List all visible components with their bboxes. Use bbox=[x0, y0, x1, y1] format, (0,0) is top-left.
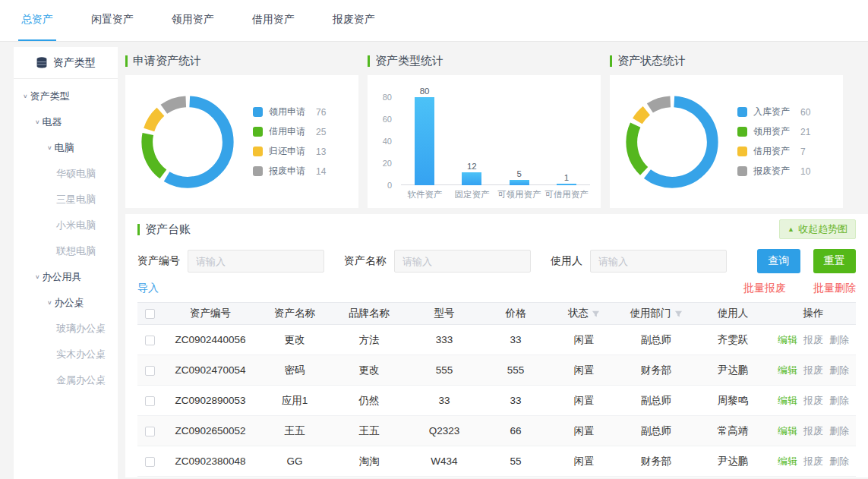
tree-item-label: 玻璃办公桌 bbox=[56, 322, 106, 336]
row-checkbox[interactable] bbox=[145, 427, 155, 436]
batch-scrap-link[interactable]: 批量报废 bbox=[743, 282, 786, 295]
header-checkbox-cell bbox=[137, 308, 162, 320]
tab[interactable]: 闲置资产 bbox=[88, 0, 137, 41]
cell-price: 33 bbox=[481, 395, 551, 406]
tree-item[interactable]: ∨ 资产类型 bbox=[14, 84, 118, 109]
tree-item[interactable]: 实木办公桌 bbox=[14, 342, 118, 367]
import-link[interactable]: 导入 bbox=[137, 282, 159, 295]
scrap-link[interactable]: 报废 bbox=[803, 394, 823, 408]
row-actions: 编辑报废删除 bbox=[771, 394, 856, 408]
ledger-title: 资产台账 bbox=[145, 222, 191, 237]
filter-input[interactable] bbox=[394, 250, 531, 273]
row-actions: 编辑报废删除 bbox=[771, 424, 856, 438]
legend-label: 借用申请 bbox=[269, 125, 316, 138]
tree-item-label: 实木办公桌 bbox=[56, 348, 106, 361]
chart-section: 申请资产统计领用申请76借用申请25归还申请13报废申请14 bbox=[125, 53, 358, 208]
x-axis-label: 可领用资产 bbox=[497, 185, 541, 202]
legend-item[interactable]: 报废申请14 bbox=[253, 165, 326, 178]
legend-value: 10 bbox=[800, 166, 810, 177]
tree-item-label: 资产类型 bbox=[30, 90, 70, 103]
filter-funnel-icon[interactable] bbox=[674, 310, 683, 318]
filter-funnel-icon[interactable] bbox=[592, 310, 600, 318]
bar-value-label: 1 bbox=[564, 173, 569, 182]
row-actions: 编辑报废删除 bbox=[771, 333, 856, 347]
legend-item[interactable]: 借用资产7 bbox=[737, 145, 810, 158]
legend-label: 报废申请 bbox=[269, 165, 316, 178]
edit-link[interactable]: 编辑 bbox=[778, 424, 797, 438]
delete-link[interactable]: 删除 bbox=[829, 394, 849, 408]
delete-link[interactable]: 删除 bbox=[829, 364, 849, 377]
legend-item[interactable]: 领用资产21 bbox=[737, 125, 810, 138]
table-header-row: 资产编号资产名称品牌名称型号价格状态使用部门使用人操作 bbox=[137, 302, 856, 325]
cell-price: 555 bbox=[481, 364, 551, 376]
scrap-link[interactable]: 报废 bbox=[803, 455, 823, 468]
tab[interactable]: 报废资产 bbox=[330, 0, 378, 41]
edit-link[interactable]: 编辑 bbox=[778, 455, 797, 468]
tab[interactable]: 借用资产 bbox=[249, 0, 298, 41]
delete-link[interactable]: 删除 bbox=[829, 333, 849, 347]
edit-link[interactable]: 编辑 bbox=[778, 364, 797, 377]
cell-model: 333 bbox=[408, 334, 481, 345]
chart-section: 资产类型统计02040608080软件资产12固定资产5可领用资产1可借用资产 bbox=[368, 53, 601, 208]
batch-delete-link[interactable]: 批量删除 bbox=[813, 282, 856, 295]
select-all-checkbox[interactable] bbox=[145, 309, 155, 319]
edit-link[interactable]: 编辑 bbox=[778, 333, 797, 347]
scrap-link[interactable]: 报废 bbox=[803, 333, 823, 347]
tree-item[interactable]: ∨ 办公用具 bbox=[14, 264, 118, 290]
tree-item-label: 办公用具 bbox=[43, 270, 82, 284]
tab[interactable]: 总资产 bbox=[18, 0, 56, 41]
scrap-link[interactable]: 报废 bbox=[803, 424, 823, 438]
legend-item[interactable]: 归还申请13 bbox=[253, 145, 326, 158]
chart-card: 入库资产60领用资产21借用资产7报废资产10 bbox=[610, 75, 843, 208]
legend-value: 25 bbox=[316, 127, 326, 137]
tree-item[interactable]: ∨ 电器 bbox=[14, 109, 118, 135]
cell-code: ZC0902650052 bbox=[162, 425, 259, 436]
cell-code: ZC0902890053 bbox=[162, 395, 259, 406]
chart-title-row: 资产类型统计 bbox=[368, 53, 601, 68]
reset-button[interactable]: 重置 bbox=[813, 249, 857, 273]
column-header: 资产名称 bbox=[259, 307, 330, 320]
collapse-trend-label: 收起趋势图 bbox=[798, 222, 847, 236]
tree-item[interactable]: 金属办公桌 bbox=[14, 367, 118, 393]
legend-label: 入库资产 bbox=[753, 106, 800, 118]
filter-input[interactable] bbox=[188, 250, 324, 273]
cell-model: 33 bbox=[408, 395, 481, 406]
column-header-label: 状态 bbox=[568, 307, 589, 320]
bar-column: 1可借用资产 bbox=[543, 83, 590, 202]
tree-item[interactable]: ∨ 办公桌 bbox=[14, 290, 118, 316]
legend-swatch-icon bbox=[737, 147, 747, 156]
column-header: 价格 bbox=[481, 307, 551, 320]
delete-link[interactable]: 删除 bbox=[829, 424, 849, 438]
legend-item[interactable]: 借用申请25 bbox=[253, 125, 326, 138]
column-header: 资产编号 bbox=[162, 307, 259, 320]
row-checkbox[interactable] bbox=[145, 457, 155, 467]
tree-item[interactable]: 三星电脑 bbox=[14, 187, 118, 213]
search-button[interactable]: 查询 bbox=[757, 249, 800, 273]
legend-label: 领用资产 bbox=[753, 125, 800, 138]
tree-item[interactable]: ∨ 电脑 bbox=[14, 135, 118, 161]
table-row: ZC0902440056更改方法33333闲置副总师齐雯跃编辑报废删除 bbox=[137, 325, 856, 355]
filter-input[interactable] bbox=[590, 250, 727, 273]
tree-item[interactable]: 小米电脑 bbox=[14, 213, 118, 238]
row-checkbox[interactable] bbox=[145, 336, 155, 345]
row-checkbox[interactable] bbox=[145, 366, 155, 376]
scrap-link[interactable]: 报废 bbox=[803, 364, 823, 377]
collapse-trend-button[interactable]: ▲ 收起趋势图 bbox=[779, 219, 856, 239]
tree-item[interactable]: 联想电脑 bbox=[14, 238, 118, 264]
chart-legend: 领用申请76借用申请25归还申请13报废申请14 bbox=[253, 106, 326, 178]
tab[interactable]: 领用资产 bbox=[169, 0, 217, 41]
tree-item[interactable]: 玻璃办公桌 bbox=[14, 316, 118, 342]
legend-item[interactable]: 入库资产60 bbox=[737, 106, 810, 118]
legend-item[interactable]: 报废资产10 bbox=[737, 165, 810, 178]
edit-link[interactable]: 编辑 bbox=[778, 394, 797, 408]
row-checkbox-cell bbox=[137, 334, 162, 345]
row-checkbox[interactable] bbox=[145, 396, 155, 406]
sidebar-title: 资产类型 bbox=[53, 56, 96, 70]
delete-link[interactable]: 删除 bbox=[829, 455, 849, 468]
tree-item[interactable]: 华硕电脑 bbox=[14, 161, 118, 187]
cell-name: 密码 bbox=[259, 364, 330, 377]
asset-table: 资产编号资产名称品牌名称型号价格状态使用部门使用人操作 ZC0902440056… bbox=[137, 302, 856, 477]
legend-item[interactable]: 领用申请76 bbox=[253, 106, 326, 118]
chart-card: 领用申请76借用申请25归还申请13报废申请14 bbox=[125, 75, 358, 208]
legend-label: 领用申请 bbox=[269, 106, 316, 118]
